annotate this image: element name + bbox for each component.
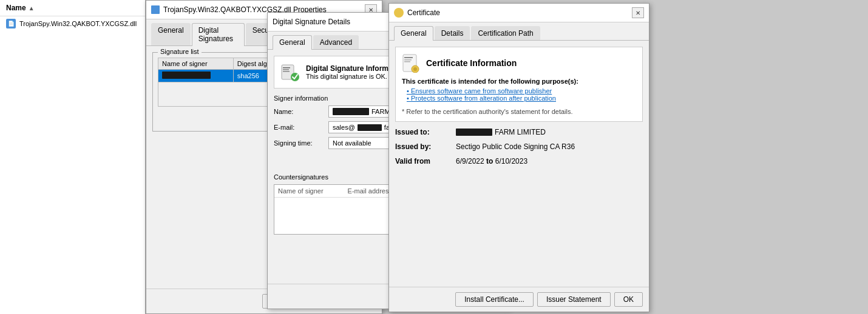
tab-cert-details[interactable]: Details: [435, 26, 470, 40]
dialogs-area: TrojanSpy.Win32.QAKBOT.YXCGSZ.dll Proper…: [146, 0, 868, 314]
col-name-of-signer: Name of signer: [158, 58, 234, 70]
svg-rect-8: [404, 61, 410, 62]
signature-list-label: Signature list: [158, 48, 202, 55]
cert-info-title-text: Certificate Information: [426, 58, 517, 68]
name-column-header: Name: [6, 4, 26, 12]
svg-rect-7: [404, 59, 412, 61]
email-value: sales@: [333, 124, 355, 131]
cert-info-title: Certificate Information: [402, 53, 636, 73]
valid-from-label: Valid from: [395, 157, 456, 165]
properties-title-icon: [151, 5, 160, 14]
countersig-col-name: Name of signer: [278, 187, 324, 195]
file-list-item[interactable]: 📄 TrojanSpy.Win32.QAKBOT.YXCGSZ.dll: [0, 16, 145, 31]
issued-by-value: Sectigo Public Code Signing CA R36: [456, 142, 643, 151]
sig-details-title: Digital Signature Details: [273, 18, 350, 26]
sig-status-icon: [280, 62, 300, 82]
name-redacted: [333, 108, 369, 115]
valid-to-connector: to: [486, 157, 495, 165]
issued-to-value: FARM LIMITED: [456, 128, 643, 136]
cert-purpose-item-1[interactable]: Ensures software came from software publ…: [407, 87, 636, 95]
issued-to-redacted: [456, 129, 492, 136]
install-certificate-button[interactable]: Install Certificate...: [455, 292, 534, 307]
issued-to-suffix: FARM LIMITED: [495, 128, 546, 136]
tab-cert-path[interactable]: Certification Path: [471, 26, 540, 40]
tab-general[interactable]: General: [151, 23, 191, 45]
issued-to-row: Issued to: FARM LIMITED: [395, 128, 643, 136]
cert-title: Certificate: [407, 8, 440, 17]
redacted-name: [162, 72, 211, 79]
issued-by-label: Issued by:: [395, 142, 456, 151]
signing-time-label: Signing time:: [274, 139, 328, 147]
svg-rect-6: [404, 57, 413, 58]
tab-sig-general[interactable]: General: [273, 35, 312, 50]
tab-cert-general[interactable]: General: [394, 26, 433, 41]
issuer-statement-button[interactable]: Issuer Statement: [537, 292, 611, 307]
cert-purpose-item-2[interactable]: Protects software from alteration after …: [407, 95, 636, 102]
validity-value: 6/9/2022 to 6/10/2023: [456, 157, 643, 165]
cert-content: Certificate Information This certificate…: [389, 41, 649, 287]
cert-purpose-label: This certificate is intended for the fol…: [402, 78, 636, 85]
email-field-label: E-mail:: [274, 124, 328, 131]
cert-tab-bar: General Details Certification Path: [389, 22, 649, 41]
cert-close-button[interactable]: ✕: [632, 7, 644, 18]
file-explorer-header: Name ▲: [0, 0, 145, 16]
issued-to-label: Issued to:: [395, 128, 456, 136]
cert-icon: [402, 53, 421, 73]
tab-digital-signatures[interactable]: Digital Signatures: [192, 23, 245, 46]
cert-ok-button[interactable]: OK: [614, 292, 643, 307]
cert-titlebar: Certificate ✕: [389, 4, 649, 22]
svg-rect-1: [283, 67, 290, 68]
cert-info-section: Certificate Information This certificate…: [395, 47, 643, 122]
signer-name-cell: [158, 70, 234, 82]
file-icon-letter: 📄: [8, 21, 15, 27]
cert-note: * Refer to the certification authority's…: [402, 108, 636, 115]
file-explorer-panel: Name ▲ 📄 TrojanSpy.Win32.QAKBOT.YXCGSZ.d…: [0, 0, 146, 314]
countersig-col-email: E-mail address: [348, 187, 392, 195]
valid-to-value: 6/10/2023: [495, 157, 527, 165]
issued-by-row: Issued by: Sectigo Public Code Signing C…: [395, 142, 643, 151]
svg-rect-3: [283, 71, 290, 72]
validity-row: Valid from 6/9/2022 to 6/10/2023: [395, 157, 643, 165]
tab-sig-advanced[interactable]: Advanced: [313, 35, 359, 49]
name-field-label: Name:: [274, 108, 328, 115]
file-icon: 📄: [6, 19, 16, 28]
valid-from-value: 6/9/2022: [456, 157, 484, 165]
svg-rect-2: [283, 69, 289, 70]
cert-footer: Install Certificate... Issuer Statement …: [389, 287, 649, 312]
file-name-label: TrojanSpy.Win32.QAKBOT.YXCGSZ.dll: [19, 20, 137, 27]
email-redacted: [358, 124, 382, 131]
cert-title-icon: [394, 8, 404, 18]
sort-arrow-icon: ▲: [29, 5, 35, 12]
certificate-dialog: Certificate ✕ General Details Certificat…: [388, 3, 649, 312]
svg-point-10: [413, 67, 417, 71]
